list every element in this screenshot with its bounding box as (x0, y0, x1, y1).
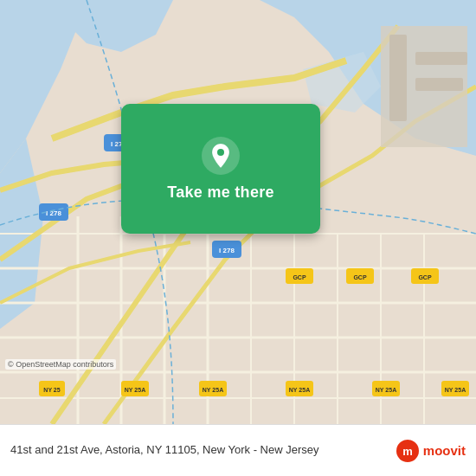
bottom-bar: 41st and 21st Ave, Astoria, NY 11105, Ne… (0, 424, 476, 476)
svg-rect-41 (389, 35, 407, 121)
svg-text:NY 25A: NY 25A (125, 387, 145, 393)
svg-text:NY 25A: NY 25A (203, 387, 223, 393)
svg-text:NY 25A: NY 25A (376, 387, 396, 393)
svg-text:NY 25A: NY 25A (289, 387, 310, 393)
moovit-icon: m (396, 439, 420, 463)
location-pin-icon (202, 137, 240, 175)
address-text: 41st and 21st Ave, Astoria, NY 11105, Ne… (10, 442, 387, 458)
map-container: I 278 I 278 I 278 GCP GCP GCP NY 25 NY 2… (0, 0, 476, 424)
svg-text:GCP: GCP (353, 274, 367, 280)
moovit-logo[interactable]: m moovit (396, 439, 466, 463)
svg-rect-43 (415, 78, 463, 91)
svg-text:GCP: GCP (418, 274, 432, 280)
svg-text:m: m (402, 445, 413, 458)
svg-text:GCP: GCP (293, 274, 306, 280)
svg-point-45 (217, 149, 224, 156)
osm-credit: © OpenStreetMap contributors (5, 359, 116, 370)
take-me-there-button[interactable]: Take me there (167, 183, 274, 202)
svg-text:NY 25A: NY 25A (445, 387, 466, 393)
moovit-brand-label: moovit (423, 443, 466, 459)
action-card[interactable]: Take me there (121, 104, 320, 234)
svg-text:I 278: I 278 (219, 247, 235, 254)
svg-text:NY 25: NY 25 (43, 387, 60, 393)
svg-rect-42 (415, 52, 467, 65)
